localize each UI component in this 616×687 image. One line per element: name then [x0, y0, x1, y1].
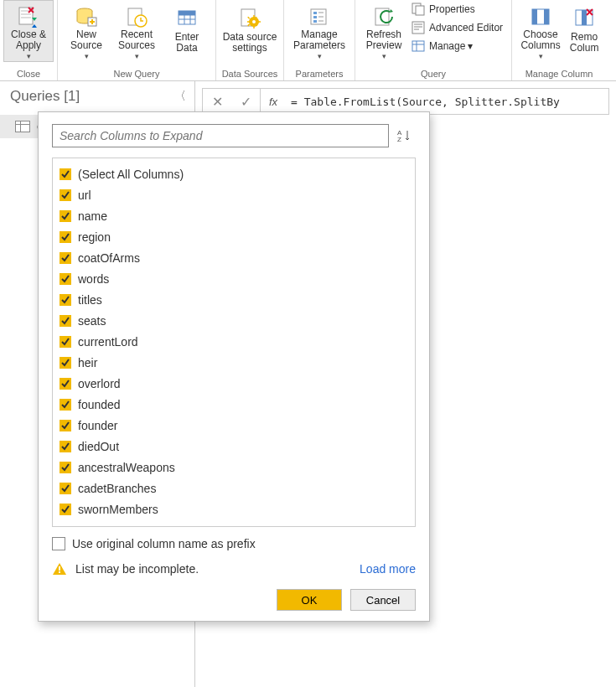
column-item-label: words [78, 272, 109, 286]
column-item-label: overlord [78, 377, 121, 390]
accept-formula-icon[interactable]: ✓ [231, 89, 261, 114]
formula-text[interactable]: = Table.FromList(Source, Splitter.SplitB… [286, 96, 608, 108]
column-item-label: currentLord [78, 335, 138, 349]
new-source-button[interactable]: New Source▾ [61, 0, 111, 62]
manage-button[interactable]: Manage ▾ [411, 37, 503, 55]
column-checkbox-item[interactable]: founder [60, 415, 408, 436]
recent-sources-button[interactable]: Recent Sources▾ [111, 0, 162, 62]
choose-columns-button[interactable]: Choose Columns▾ [515, 0, 566, 62]
properties-button[interactable]: Properties [411, 0, 503, 18]
search-columns-input[interactable] [52, 124, 389, 147]
checkbox-checked-icon[interactable] [60, 210, 71, 222]
column-checkbox-item[interactable]: founded [60, 394, 408, 415]
load-more-link[interactable]: Load more [360, 562, 416, 576]
prefix-label: Use original column name as prefix [72, 537, 256, 550]
cancel-button[interactable]: Cancel [350, 589, 416, 611]
checkbox-checked-icon[interactable] [60, 399, 71, 411]
manage-icon [411, 39, 426, 53]
column-checkbox-item[interactable]: cadetBranches [60, 478, 408, 498]
advanced-editor-button[interactable]: Advanced Editor [411, 18, 503, 37]
fx-icon[interactable]: fx [261, 96, 286, 108]
cancel-formula-icon[interactable]: ✕ [203, 89, 231, 114]
prefix-checkbox[interactable] [52, 537, 65, 550]
remove-columns-button[interactable]: Remo Colum [566, 0, 603, 62]
close-apply-icon [16, 4, 41, 29]
properties-icon [411, 3, 426, 16]
expand-columns-popup: AZ (Select All Columns)urlnameregioncoat… [38, 111, 430, 622]
svg-point-9 [252, 20, 256, 23]
svg-rect-17 [412, 22, 424, 34]
svg-rect-18 [412, 41, 424, 51]
column-checkbox-item[interactable]: seats [60, 310, 408, 331]
checkbox-checked-icon[interactable] [60, 189, 71, 201]
column-item-label: swornMembers [78, 503, 158, 516]
columns-list: (Select All Columns)urlnameregioncoatOfA… [52, 158, 416, 527]
column-checkbox-item[interactable]: ancestralWeapons [60, 457, 408, 478]
close-apply-button[interactable]: Close & Apply▾ [3, 0, 54, 62]
column-item-label: url [78, 189, 91, 202]
column-checkbox-item[interactable]: currentLord [60, 331, 408, 352]
group-label-new-query: New Query [113, 69, 159, 80]
recent-sources-icon [125, 3, 148, 29]
group-label-data-sources: Data Sources [222, 69, 278, 80]
svg-rect-21 [544, 9, 549, 24]
column-item-label: seats [78, 314, 106, 328]
enter-data-button[interactable]: Enter Data [162, 0, 212, 62]
column-checkbox-item[interactable]: region [60, 226, 408, 247]
checkbox-checked-icon[interactable] [60, 315, 71, 327]
column-checkbox-item[interactable]: url [60, 184, 408, 205]
column-item-label: titles [78, 293, 102, 307]
svg-rect-23 [582, 10, 587, 25]
warning-text: List may be incomplete. [75, 562, 199, 576]
column-checkbox-item[interactable]: heir [60, 352, 408, 373]
checkbox-checked-icon[interactable] [60, 504, 71, 515]
column-checkbox-item[interactable]: titles [60, 289, 408, 310]
svg-rect-13 [313, 20, 317, 23]
warning-icon [52, 562, 67, 576]
data-source-settings-button[interactable]: Data source settings [220, 0, 280, 62]
checkbox-checked-icon[interactable] [60, 483, 71, 494]
checkbox-checked-icon[interactable] [60, 252, 71, 264]
group-label-parameters: Parameters [296, 69, 344, 80]
refresh-icon [372, 3, 396, 29]
checkbox-checked-icon[interactable] [60, 441, 71, 452]
manage-parameters-button[interactable]: Manage Parameters▾ [287, 0, 351, 62]
database-new-icon [75, 3, 98, 29]
svg-rect-26 [59, 566, 60, 571]
checkbox-checked-icon[interactable] [60, 462, 71, 473]
ok-button[interactable]: OK [277, 589, 342, 611]
column-checkbox-item[interactable]: name [60, 205, 408, 226]
manage-parameters-icon [308, 3, 331, 29]
column-checkbox-item[interactable]: swornMembers [60, 498, 408, 519]
checkbox-checked-icon[interactable] [60, 168, 71, 180]
column-item-label: region [78, 230, 111, 244]
checkbox-checked-icon[interactable] [60, 294, 71, 306]
svg-text:Z: Z [397, 136, 401, 143]
column-checkbox-item[interactable]: coatOfArms [60, 247, 408, 268]
svg-rect-20 [532, 9, 537, 24]
column-checkbox-item[interactable]: words [60, 268, 408, 289]
column-item-label: diedOut [78, 440, 119, 453]
checkbox-checked-icon[interactable] [60, 273, 71, 285]
checkbox-checked-icon[interactable] [60, 378, 71, 390]
remove-columns-icon [572, 3, 596, 32]
svg-rect-6 [179, 11, 195, 15]
sort-az-button[interactable]: AZ [394, 124, 416, 147]
checkbox-checked-icon[interactable] [60, 231, 71, 243]
collapse-pane-icon[interactable]: 〈 [174, 89, 186, 104]
choose-columns-icon [529, 3, 552, 29]
checkbox-checked-icon[interactable] [60, 420, 71, 431]
svg-rect-16 [416, 6, 424, 15]
column-checkbox-item[interactable]: diedOut [60, 436, 408, 457]
column-item-label: name [78, 209, 107, 223]
checkbox-checked-icon[interactable] [60, 357, 71, 369]
column-item-label: cadetBranches [78, 482, 156, 495]
checkbox-checked-icon[interactable] [60, 336, 71, 348]
table-icon [15, 121, 30, 132]
column-checkbox-item[interactable]: overlord [60, 373, 408, 394]
svg-rect-12 [313, 16, 317, 18]
column-checkbox-item[interactable]: (Select All Columns) [60, 163, 408, 184]
refresh-preview-button[interactable]: Refresh Preview▾ [359, 0, 409, 62]
enter-data-icon [175, 3, 199, 32]
column-item-label: ancestralWeapons [78, 461, 175, 474]
